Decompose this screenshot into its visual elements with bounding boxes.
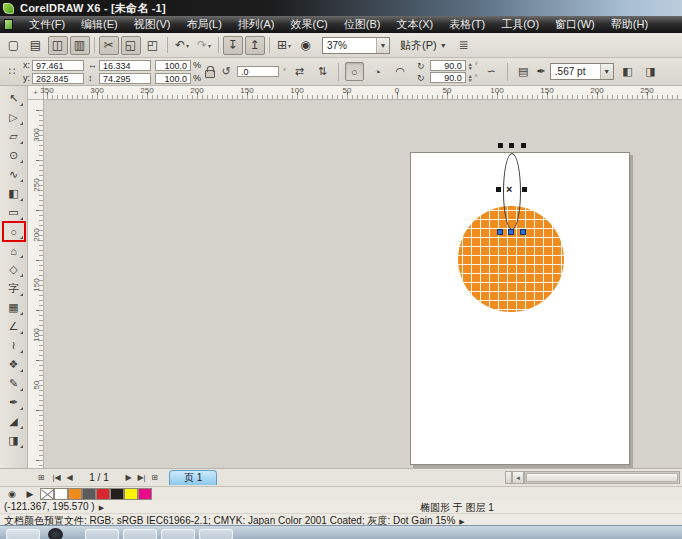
- object-height-field[interactable]: 74.295 mm: [99, 73, 151, 84]
- drawing-canvas[interactable]: ×: [44, 100, 682, 468]
- menu-item[interactable]: 位图(B): [336, 16, 389, 33]
- welcome-screen-button[interactable]: ◉: [296, 36, 316, 55]
- selection-handle[interactable]: [496, 187, 501, 192]
- x-position-field[interactable]: 97.461 mm: [32, 60, 84, 71]
- scrollbar-track[interactable]: [524, 471, 680, 484]
- start-orb[interactable]: [48, 528, 63, 539]
- taskbar-button[interactable]: [161, 529, 195, 539]
- separator[interactable]: [267, 36, 272, 55]
- mirror-horizontal-button[interactable]: ⇄: [290, 62, 309, 81]
- snap-to-dropdown[interactable]: 贴齐(P) ▼: [400, 38, 447, 53]
- print-button[interactable]: ▥: [70, 36, 90, 55]
- taskbar-button[interactable]: [199, 529, 233, 539]
- first-page-button[interactable]: |◀: [50, 471, 63, 485]
- selection-handle[interactable]: [521, 143, 526, 148]
- color-picker-icon[interactable]: ▶: [24, 489, 36, 499]
- menu-item[interactable]: 编辑(E): [73, 16, 126, 33]
- separator[interactable]: [165, 36, 170, 55]
- menu-item[interactable]: 文本(X): [388, 16, 441, 33]
- import-button[interactable]: ↧: [223, 36, 243, 55]
- redo-button[interactable]: ↷▾: [194, 36, 214, 55]
- menu-item[interactable]: 窗口(W): [547, 16, 603, 33]
- pick-tool[interactable]: ↖: [3, 89, 25, 108]
- chevron-down-icon[interactable]: ▼: [376, 38, 389, 53]
- outline-pen-tool[interactable]: ✒: [3, 393, 25, 412]
- vertical-ruler[interactable]: 30025020015010050: [28, 100, 44, 468]
- object-center-marker[interactable]: ×: [506, 183, 512, 195]
- taskbar-button[interactable]: [85, 529, 119, 539]
- magenta[interactable]: [138, 488, 152, 500]
- fill-tool[interactable]: ◢: [3, 412, 25, 431]
- text-tool[interactable]: 字: [3, 279, 25, 298]
- cut-button[interactable]: ✂: [99, 36, 119, 55]
- orange[interactable]: [68, 488, 82, 500]
- red[interactable]: [96, 488, 110, 500]
- undo-button[interactable]: ↶▾: [172, 36, 192, 55]
- pie-mode-button[interactable]: ◔: [368, 62, 387, 81]
- yellow[interactable]: [124, 488, 138, 500]
- table-tool[interactable]: ▦: [3, 298, 25, 317]
- open-button[interactable]: ▤: [26, 36, 46, 55]
- connector-tool[interactable]: ≀: [3, 336, 25, 355]
- to-front-button[interactable]: ◨: [641, 62, 660, 81]
- node-handle[interactable]: [497, 229, 503, 235]
- shape-tool[interactable]: ▷: [3, 108, 25, 127]
- spinner-up-down[interactable]: ▲▼: [468, 62, 473, 70]
- chevron-down-icon[interactable]: ▼: [440, 42, 447, 49]
- lock-ratio-icon[interactable]: [205, 70, 215, 78]
- menu-item[interactable]: 帮助(H): [603, 16, 656, 33]
- separator[interactable]: [216, 36, 221, 55]
- page-tab[interactable]: 页 1: [169, 470, 217, 485]
- menu-item[interactable]: 工具(O): [493, 16, 547, 33]
- menu-item[interactable]: 效果(C): [283, 16, 336, 33]
- chevron-down-icon[interactable]: ▼: [600, 64, 613, 79]
- rotation-angle-field[interactable]: .0: [237, 66, 279, 77]
- copy-button[interactable]: ◱: [121, 36, 141, 55]
- node-handle[interactable]: [508, 229, 514, 235]
- add-page-icon[interactable]: ⊞: [32, 471, 50, 485]
- symmetry-button[interactable]: ◧: [618, 62, 637, 81]
- rectangle-tool[interactable]: ▭: [3, 203, 25, 222]
- add-page-icon[interactable]: ⊞: [148, 471, 161, 485]
- menu-item[interactable]: 布局(L): [178, 16, 229, 33]
- export-button[interactable]: ↥: [245, 36, 265, 55]
- object-width-field[interactable]: 16.334 mm: [99, 60, 151, 71]
- menu-item[interactable]: 文件(F): [21, 16, 73, 33]
- paste-button[interactable]: ◰: [143, 36, 163, 55]
- selection-handle[interactable]: [498, 143, 503, 148]
- menu-item[interactable]: 表格(T): [441, 16, 493, 33]
- node-handle[interactable]: [520, 229, 526, 235]
- separator[interactable]: [92, 36, 97, 55]
- y-position-field[interactable]: 262.845 mm: [32, 73, 84, 84]
- options-icon[interactable]: ≣: [459, 38, 469, 52]
- flyout-arrow-icon[interactable]: ▶: [99, 504, 104, 511]
- black[interactable]: [110, 488, 124, 500]
- interactive-fill-tool[interactable]: ◨: [3, 431, 25, 450]
- scale-y-field[interactable]: 100.0: [155, 73, 191, 84]
- menu-item[interactable]: 排列(A): [230, 16, 283, 33]
- palette-radio-icon[interactable]: ◉: [6, 489, 18, 499]
- arc-mode-button[interactable]: ◠: [391, 62, 410, 81]
- wrap-text-button[interactable]: ▤: [514, 62, 533, 81]
- mirror-vertical-button[interactable]: ⇅: [313, 62, 332, 81]
- smart-fill-tool[interactable]: ◧: [3, 184, 25, 203]
- save-button[interactable]: ◫: [48, 36, 68, 55]
- next-page-button[interactable]: ▶: [122, 471, 135, 485]
- dimension-tool[interactable]: ∠: [3, 317, 25, 336]
- scale-x-field[interactable]: 100.0: [155, 60, 191, 71]
- new-document-button[interactable]: ▢: [4, 36, 24, 55]
- gray[interactable]: [82, 488, 96, 500]
- selection-handle[interactable]: [522, 187, 527, 192]
- zoom-level-combo[interactable]: 37% ▼: [322, 37, 390, 54]
- selection-handle[interactable]: [509, 143, 514, 148]
- outline-width-combo[interactable]: .567 pt ▼: [550, 63, 614, 80]
- horizontal-ruler[interactable]: 35030025020015010050050100150200250: [44, 86, 682, 100]
- pane-split-grip[interactable]: [505, 471, 512, 484]
- taskbar-button[interactable]: [123, 529, 157, 539]
- ellipse-tool[interactable]: ○: [3, 222, 25, 241]
- freehand-tool[interactable]: ∿: [3, 165, 25, 184]
- scrollbar-thumb[interactable]: [526, 473, 678, 482]
- spinner-up-down[interactable]: ▲▼: [468, 74, 473, 82]
- previous-page-button[interactable]: ◀: [63, 471, 76, 485]
- menu-item[interactable]: 视图(V): [126, 16, 179, 33]
